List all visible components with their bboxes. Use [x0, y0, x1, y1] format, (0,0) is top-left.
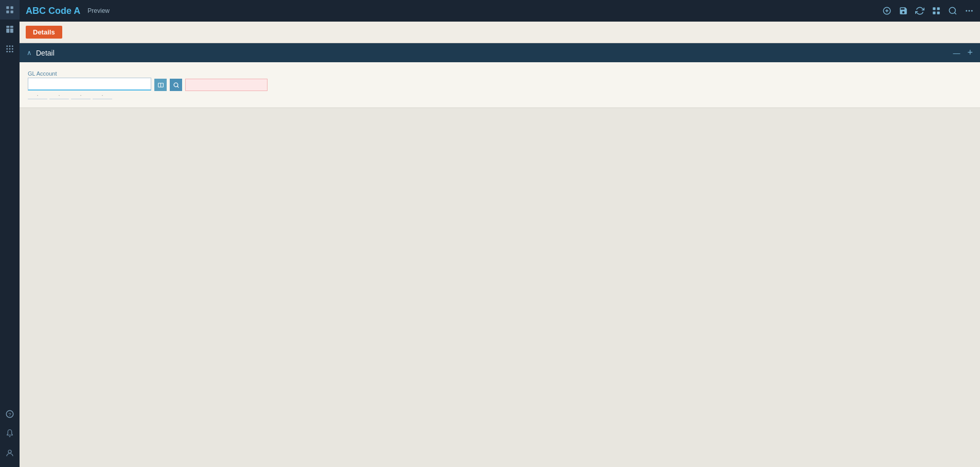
svg-point-13 [12, 48, 13, 50]
svg-point-31 [971, 10, 973, 12]
svg-point-16 [12, 51, 13, 52]
user-icon[interactable] [0, 443, 20, 463]
svg-rect-25 [933, 12, 935, 14]
svg-rect-1 [11, 6, 13, 9]
svg-text:?: ? [8, 411, 11, 417]
lookup-button[interactable] [154, 79, 167, 91]
notification-icon[interactable] [0, 424, 20, 443]
svg-point-9 [9, 45, 11, 47]
svg-rect-2 [6, 11, 9, 13]
preview-badge: Preview [85, 7, 112, 15]
sub-field-1: · [28, 92, 47, 99]
add-icon[interactable] [882, 6, 892, 15]
svg-rect-24 [937, 7, 940, 10]
svg-point-14 [6, 51, 8, 52]
svg-point-10 [12, 45, 13, 47]
svg-line-28 [954, 12, 956, 14]
form-row: GL Account · · · · [28, 70, 972, 99]
account-input[interactable] [185, 79, 268, 91]
search-icon[interactable] [948, 6, 957, 15]
dashboard-icon[interactable] [0, 20, 20, 39]
svg-rect-4 [6, 26, 9, 28]
gl-account-label: GL Account [28, 70, 151, 77]
sub-field-3: · [71, 92, 91, 99]
main-content: ABC Code A Preview [20, 0, 980, 467]
sidebar: ? [0, 0, 20, 467]
account-field-group [185, 79, 268, 91]
sub-field-2: · [49, 92, 69, 99]
sub-field-4: · [93, 92, 112, 99]
expand-icon[interactable]: + [967, 47, 973, 58]
sidebar-top [0, 0, 20, 59]
svg-rect-7 [10, 29, 13, 33]
svg-line-33 [177, 86, 179, 87]
svg-rect-6 [6, 29, 9, 33]
detail-header-left: ∧ Detail [27, 49, 55, 57]
svg-point-12 [9, 48, 11, 50]
svg-point-8 [6, 45, 8, 47]
svg-rect-26 [937, 12, 940, 14]
detail-header: ∧ Detail — + [20, 43, 980, 62]
apps-icon[interactable] [0, 39, 20, 59]
help-icon[interactable]: ? [0, 404, 20, 424]
svg-point-29 [966, 10, 967, 12]
header-left: ABC Code A Preview [26, 6, 112, 16]
detail-header-right: — + [953, 47, 973, 58]
detail-title: Detail [36, 49, 55, 57]
svg-rect-0 [6, 6, 9, 9]
save-icon[interactable] [899, 6, 908, 15]
toolbar: Details [20, 22, 980, 43]
gl-account-sub-fields: · · · · [28, 92, 151, 99]
collapse-icon[interactable]: ∧ [27, 49, 32, 57]
svg-rect-23 [933, 7, 935, 10]
header-right [882, 6, 974, 15]
svg-rect-3 [11, 11, 13, 13]
content-area: ∧ Detail — + GL Account · · [20, 43, 980, 467]
refresh-icon[interactable] [915, 6, 924, 15]
svg-point-11 [6, 48, 8, 50]
detail-section: ∧ Detail — + GL Account · · [20, 43, 980, 108]
details-button[interactable]: Details [26, 26, 62, 39]
detail-body: GL Account · · · · [20, 62, 980, 108]
svg-rect-5 [10, 26, 13, 28]
gl-account-field-group: GL Account · · · · [28, 70, 151, 99]
grid-icon[interactable] [0, 0, 20, 20]
gl-account-input[interactable] [28, 78, 151, 91]
minimize-icon[interactable]: — [953, 49, 960, 57]
svg-point-15 [9, 51, 11, 52]
svg-point-19 [8, 450, 11, 453]
svg-point-30 [969, 10, 970, 12]
top-header: ABC Code A Preview [20, 0, 980, 22]
page-title: ABC Code A [26, 6, 80, 16]
more-options-icon[interactable] [965, 6, 974, 15]
search-field-button[interactable] [170, 79, 182, 91]
svg-point-27 [949, 7, 955, 13]
sidebar-bottom: ? [0, 404, 20, 467]
grid-view-icon[interactable] [932, 6, 941, 15]
